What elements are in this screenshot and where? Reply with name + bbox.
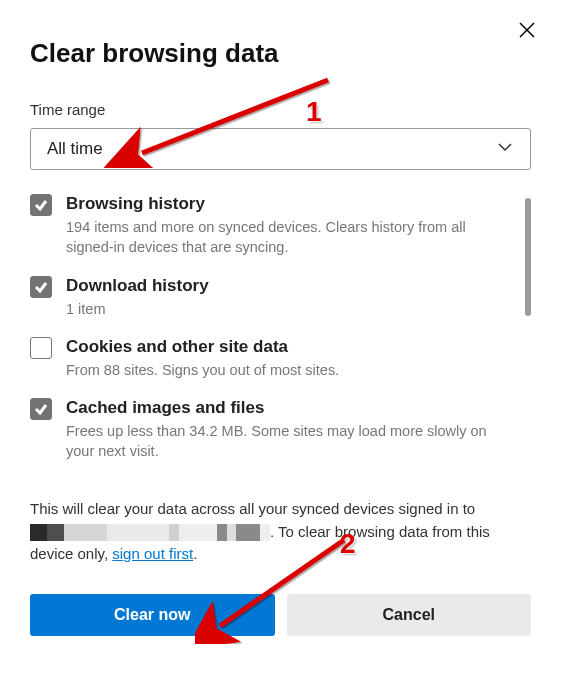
checkbox-cookies[interactable] (30, 337, 52, 359)
footer-disclaimer: This will clear your data across all you… (30, 498, 531, 566)
option-title: Download history (66, 276, 517, 296)
option-description: 1 item (66, 299, 517, 319)
chevron-down-icon (496, 138, 514, 160)
close-icon (518, 21, 536, 39)
checkbox-download-history[interactable] (30, 276, 52, 298)
annotation-number-1: 1 (306, 96, 322, 128)
button-row: Clear now Cancel (30, 594, 531, 636)
clear-now-button[interactable]: Clear now (30, 594, 275, 636)
option-title: Cookies and other site data (66, 337, 517, 357)
time-range-label: Time range (30, 101, 531, 118)
checkbox-browsing-history[interactable] (30, 194, 52, 216)
close-button[interactable] (515, 18, 539, 42)
options-list: Browsing history 194 items and more on s… (30, 194, 531, 462)
option-cookies: Cookies and other site data From 88 site… (30, 337, 531, 380)
checkbox-cached-images[interactable] (30, 398, 52, 420)
option-cached-images: Cached images and files Frees up less th… (30, 398, 531, 462)
option-description: From 88 sites. Signs you out of most sit… (66, 360, 517, 380)
annotation-number-2: 2 (340, 528, 356, 560)
dialog-title: Clear browsing data (30, 38, 531, 69)
check-icon (34, 402, 48, 416)
scrollbar-thumb[interactable] (525, 198, 531, 316)
option-browsing-history: Browsing history 194 items and more on s… (30, 194, 531, 258)
redacted-account (30, 524, 270, 541)
footer-text-1: This will clear your data across all you… (30, 500, 475, 517)
option-description: 194 items and more on synced devices. Cl… (66, 217, 517, 258)
option-title: Browsing history (66, 194, 517, 214)
time-range-select[interactable]: All time (30, 128, 531, 170)
option-download-history: Download history 1 item (30, 276, 531, 319)
footer-period: . (193, 545, 197, 562)
cancel-button[interactable]: Cancel (287, 594, 532, 636)
option-description: Frees up less than 34.2 MB. Some sites m… (66, 421, 517, 462)
option-title: Cached images and files (66, 398, 517, 418)
options-scroll-area: Browsing history 194 items and more on s… (30, 194, 531, 478)
time-range-value: All time (47, 139, 103, 159)
check-icon (34, 280, 48, 294)
check-icon (34, 198, 48, 212)
sign-out-link[interactable]: sign out first (112, 545, 193, 562)
